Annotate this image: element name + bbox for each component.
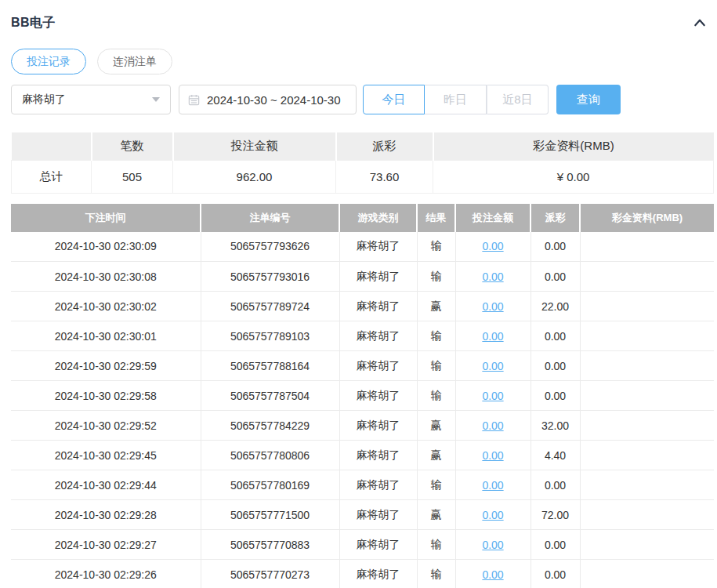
bet-amount-cell: 0.00 bbox=[455, 530, 531, 560]
bonus-cell bbox=[580, 321, 714, 351]
bet-amount-cell: 0.00 bbox=[455, 381, 531, 411]
table-row: 2024-10-30 02:29:445065757780169麻将胡了输0.0… bbox=[11, 470, 714, 500]
bet-amount-cell: 0.00 bbox=[455, 500, 531, 530]
payout-cell: 0.00 bbox=[531, 351, 580, 381]
tab-bet-records[interactable]: 投注记录 bbox=[11, 49, 86, 74]
bet-amount-cell: 0.00 bbox=[455, 411, 531, 441]
bonus-cell bbox=[580, 381, 714, 411]
bet-time-cell: 2024-10-30 02:30:09 bbox=[11, 232, 201, 262]
result-cell: 输 bbox=[417, 351, 455, 381]
game-type-cell: 麻将胡了 bbox=[339, 321, 417, 351]
game-type-cell: 麻将胡了 bbox=[339, 530, 417, 560]
game-type-cell: 麻将胡了 bbox=[339, 411, 417, 441]
date-range-picker[interactable]: 2024-10-30 ~ 2024-10-30 bbox=[179, 85, 357, 114]
bet-amount-link[interactable]: 0.00 bbox=[482, 479, 503, 492]
bet-time-cell: 2024-10-30 02:29:44 bbox=[11, 470, 201, 500]
bet-time-cell: 2024-10-30 02:29:26 bbox=[11, 560, 201, 588]
bet-number-cell: 5065757784229 bbox=[201, 411, 339, 441]
game-type-cell: 麻将胡了 bbox=[339, 232, 417, 262]
game-type-cell: 麻将胡了 bbox=[339, 500, 417, 530]
payout-cell: 0.00 bbox=[531, 321, 580, 351]
bet-number-cell: 5065757793016 bbox=[201, 262, 339, 292]
bonus-cell bbox=[580, 500, 714, 530]
calendar-icon bbox=[188, 94, 200, 106]
summary-total-count: 505 bbox=[92, 160, 173, 193]
summary-col-payout: 派彩 bbox=[336, 132, 433, 160]
table-row: 2024-10-30 02:30:025065757789724麻将胡了赢0.0… bbox=[11, 292, 714, 321]
game-select-value: 麻将胡了 bbox=[22, 93, 66, 107]
table-row: 2024-10-30 02:29:265065757770273麻将胡了输0.0… bbox=[11, 560, 714, 588]
records-col-bet-number: 注单编号 bbox=[201, 204, 339, 232]
table-row: 2024-10-30 02:29:585065757787504麻将胡了输0.0… bbox=[11, 381, 714, 411]
bet-amount-link[interactable]: 0.00 bbox=[482, 360, 503, 372]
game-type-cell: 麻将胡了 bbox=[339, 351, 417, 381]
bet-amount-link[interactable]: 0.00 bbox=[482, 390, 503, 402]
bet-time-cell: 2024-10-30 02:30:08 bbox=[11, 262, 201, 292]
bet-time-cell: 2024-10-30 02:29:45 bbox=[11, 441, 201, 470]
summary-col-empty bbox=[12, 132, 92, 160]
records-header-row: 下注时间 注单编号 游戏类别 结果 投注金额 派彩 彩金资料(RMB) bbox=[11, 204, 714, 232]
collapse-button[interactable] bbox=[692, 16, 708, 30]
game-select[interactable]: 麻将胡了 bbox=[11, 85, 171, 114]
bet-amount-link[interactable]: 0.00 bbox=[482, 449, 503, 462]
tab-bar: 投注记录 连消注单 bbox=[11, 49, 717, 74]
tab-cancelled-bets[interactable]: 连消注单 bbox=[97, 49, 172, 74]
game-type-cell: 麻将胡了 bbox=[339, 292, 417, 321]
bet-amount-link[interactable]: 0.00 bbox=[482, 539, 503, 551]
result-cell: 赢 bbox=[417, 292, 455, 321]
bonus-cell bbox=[580, 530, 714, 560]
bet-number-cell: 5065757787504 bbox=[201, 381, 339, 411]
bet-amount-cell: 0.00 bbox=[455, 321, 531, 351]
table-row: 2024-10-30 02:30:095065757793626麻将胡了输0.0… bbox=[11, 232, 714, 262]
table-row: 2024-10-30 02:30:085065757793016麻将胡了输0.0… bbox=[11, 262, 714, 292]
bet-amount-link[interactable]: 0.00 bbox=[482, 240, 503, 252]
result-cell: 输 bbox=[417, 232, 455, 262]
table-row: 2024-10-30 02:29:595065757788164麻将胡了输0.0… bbox=[11, 351, 714, 381]
chevron-down-icon bbox=[152, 97, 160, 102]
quick-range-today[interactable]: 今日 bbox=[363, 85, 425, 114]
chevron-up-icon bbox=[692, 20, 708, 32]
bet-amount-link[interactable]: 0.00 bbox=[482, 568, 503, 581]
quick-range-yesterday[interactable]: 昨日 bbox=[425, 85, 487, 114]
bet-amount-cell: 0.00 bbox=[455, 262, 531, 292]
bet-amount-link[interactable]: 0.00 bbox=[482, 509, 503, 521]
bet-number-cell: 5065757788164 bbox=[201, 351, 339, 381]
game-type-cell: 麻将胡了 bbox=[339, 470, 417, 500]
bet-number-cell: 5065757780169 bbox=[201, 470, 339, 500]
bet-time-cell: 2024-10-30 02:29:58 bbox=[11, 381, 201, 411]
game-type-cell: 麻将胡了 bbox=[339, 381, 417, 411]
records-table: 下注时间 注单编号 游戏类别 结果 投注金额 派彩 彩金资料(RMB) 2024… bbox=[11, 204, 714, 588]
query-button[interactable]: 查询 bbox=[556, 85, 621, 114]
table-row: 2024-10-30 02:29:275065757770883麻将胡了输0.0… bbox=[11, 530, 714, 560]
bet-number-cell: 5065757770273 bbox=[201, 560, 339, 588]
bet-amount-cell: 0.00 bbox=[455, 470, 531, 500]
result-cell: 赢 bbox=[417, 411, 455, 441]
bet-amount-link[interactable]: 0.00 bbox=[482, 419, 503, 432]
records-col-result: 结果 bbox=[417, 204, 455, 232]
filter-bar: 麻将胡了 2024-10-30 ~ 2024-10-30 今日 昨日 近8日 查… bbox=[11, 85, 717, 114]
panel-header: BB电子 bbox=[11, 14, 717, 31]
quick-range-group: 今日 昨日 近8日 bbox=[363, 85, 549, 114]
bet-amount-link[interactable]: 0.00 bbox=[482, 270, 503, 283]
bet-amount-link[interactable]: 0.00 bbox=[482, 330, 503, 343]
bonus-cell bbox=[580, 560, 714, 588]
bet-amount-cell: 0.00 bbox=[455, 232, 531, 262]
bonus-cell bbox=[580, 441, 714, 470]
result-cell: 输 bbox=[417, 530, 455, 560]
bet-records-panel: BB电子 投注记录 连消注单 麻将胡了 bbox=[0, 0, 717, 588]
bet-amount-link[interactable]: 0.00 bbox=[482, 300, 503, 313]
bet-amount-cell: 0.00 bbox=[455, 351, 531, 381]
payout-cell: 22.00 bbox=[531, 292, 580, 321]
bonus-cell bbox=[580, 292, 714, 321]
payout-cell: 72.00 bbox=[531, 500, 580, 530]
bonus-cell bbox=[580, 411, 714, 441]
summary-total-bonus: ¥ 0.00 bbox=[433, 160, 714, 193]
quick-range-last8days[interactable]: 近8日 bbox=[487, 85, 549, 114]
records-col-time: 下注时间 bbox=[11, 204, 201, 232]
result-cell: 输 bbox=[417, 262, 455, 292]
records-col-bonus: 彩金资料(RMB) bbox=[580, 204, 714, 232]
result-cell: 赢 bbox=[417, 500, 455, 530]
result-cell: 赢 bbox=[417, 441, 455, 470]
bet-time-cell: 2024-10-30 02:29:28 bbox=[11, 500, 201, 530]
bet-number-cell: 5065757793626 bbox=[201, 232, 339, 262]
